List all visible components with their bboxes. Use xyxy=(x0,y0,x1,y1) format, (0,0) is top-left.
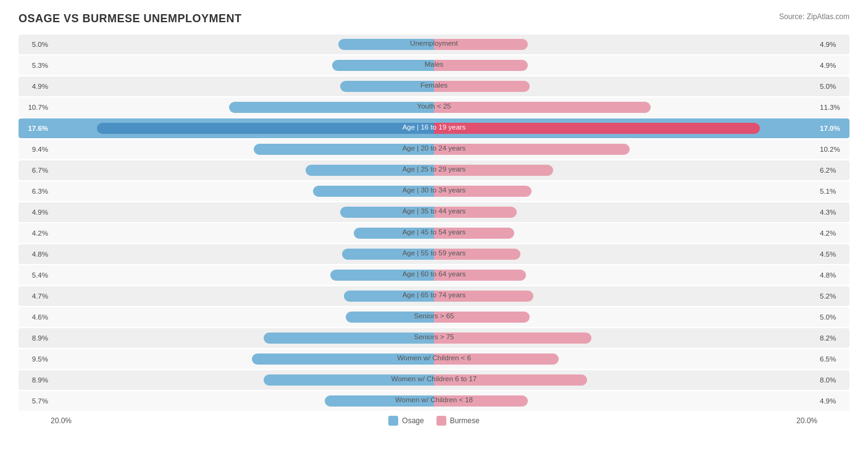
pink-bar xyxy=(434,81,530,92)
bars-area: Age | 45 to 54 years xyxy=(51,223,817,243)
chart-row: 5.7%Women w/ Children < 184.9% xyxy=(19,391,849,411)
bars-area: Males xyxy=(51,56,817,75)
val-left: 5.7% xyxy=(19,397,51,405)
row-label: Women w/ Children 6 to 17 xyxy=(391,375,477,382)
legend-burmese: Burmese xyxy=(436,416,480,426)
chart-row: 9.4%Age | 20 to 24 years10.2% xyxy=(19,139,849,159)
bars-area: Age | 35 to 44 years xyxy=(51,202,817,222)
blue-bar xyxy=(229,102,434,113)
val-left: 5.4% xyxy=(19,271,51,279)
chart-row: 4.2%Age | 45 to 54 years4.2% xyxy=(19,223,849,243)
val-right: 4.9% xyxy=(817,397,849,405)
osage-label: Osage xyxy=(402,416,424,425)
bars-area: Age | 25 to 29 years xyxy=(51,160,817,180)
val-left: 5.3% xyxy=(19,62,51,69)
chart-row: 4.7%Age | 65 to 74 years5.2% xyxy=(19,286,849,306)
val-left: 17.6% xyxy=(19,125,51,132)
chart-row: 5.3%Males4.9% xyxy=(19,56,849,75)
row-label: Seniors > 65 xyxy=(414,312,454,320)
pink-bar xyxy=(434,60,528,71)
chart-row: 4.8%Age | 55 to 59 years4.5% xyxy=(19,244,849,264)
burmese-label: Burmese xyxy=(450,416,480,425)
bars-area: Age | 20 to 24 years xyxy=(51,139,817,159)
burmese-color-box xyxy=(436,416,446,426)
pink-bar xyxy=(434,102,651,113)
chart-row: 6.3%Age | 30 to 34 years5.1% xyxy=(19,181,849,201)
val-right: 5.0% xyxy=(817,313,849,321)
osage-color-box xyxy=(388,416,398,426)
blue-bar xyxy=(264,333,434,344)
chart-row: 5.0%Unemployment4.9% xyxy=(19,35,849,54)
row-label: Women w/ Children < 18 xyxy=(395,396,473,403)
val-right: 8.0% xyxy=(817,376,849,384)
row-label: Age | 16 to 19 years xyxy=(403,123,466,131)
val-left: 8.9% xyxy=(19,334,51,342)
row-label: Seniors > 75 xyxy=(414,333,454,341)
chart-row: 4.6%Seniors > 655.0% xyxy=(19,307,849,327)
val-left: 9.4% xyxy=(19,146,51,153)
val-left: 8.9% xyxy=(19,376,51,384)
row-label: Unemployment xyxy=(410,39,457,47)
val-right: 6.2% xyxy=(817,167,849,174)
row-label: Age | 60 to 64 years xyxy=(403,270,466,278)
chart-row: 8.9%Women w/ Children 6 to 178.0% xyxy=(19,370,849,390)
bars-area: Age | 30 to 34 years xyxy=(51,181,817,201)
val-left: 4.6% xyxy=(19,313,51,321)
bars-area: Women w/ Children < 6 xyxy=(51,349,817,369)
row-label: Age | 20 to 24 years xyxy=(403,144,466,152)
chart-body: 5.0%Unemployment4.9%5.3%Males4.9%4.9%Fem… xyxy=(19,35,849,411)
val-left: 6.3% xyxy=(19,188,51,195)
bars-area: Women w/ Children 6 to 17 xyxy=(51,370,817,390)
val-right: 17.0% xyxy=(817,125,849,132)
chart-row: 9.5%Women w/ Children < 66.5% xyxy=(19,349,849,369)
pink-bar xyxy=(434,123,760,134)
blue-bar xyxy=(97,123,434,134)
scale-right: 20.0% xyxy=(796,416,817,425)
bars-area: Age | 65 to 74 years xyxy=(51,286,817,306)
row-label: Females xyxy=(420,81,448,89)
bars-area: Women w/ Children < 18 xyxy=(51,391,817,411)
val-left: 4.2% xyxy=(19,229,51,237)
bars-area: Seniors > 75 xyxy=(51,328,817,348)
val-right: 4.5% xyxy=(817,250,849,258)
bars-area: Youth < 25 xyxy=(51,97,817,117)
val-left: 10.7% xyxy=(19,104,51,111)
row-label: Youth < 25 xyxy=(417,102,451,110)
val-right: 11.3% xyxy=(817,104,849,111)
chart-container: OSAGE VS BURMESE UNEMPLOYMENT Source: Zi… xyxy=(0,0,868,444)
val-left: 4.7% xyxy=(19,292,51,300)
row-label: Age | 65 to 74 years xyxy=(403,291,466,299)
chart-footer: 20.0% Osage Burmese 20.0% xyxy=(19,416,849,426)
row-label: Age | 55 to 59 years xyxy=(403,249,466,257)
val-right: 4.9% xyxy=(817,41,849,48)
val-right: 4.2% xyxy=(817,229,849,237)
bars-area: Females xyxy=(51,76,817,96)
val-left: 9.5% xyxy=(19,355,51,363)
row-label: Age | 25 to 29 years xyxy=(403,165,466,173)
chart-row: 17.6%Age | 16 to 19 years17.0% xyxy=(19,118,849,138)
val-left: 5.0% xyxy=(19,41,51,48)
chart-row: 6.7%Age | 25 to 29 years6.2% xyxy=(19,160,849,180)
val-left: 4.9% xyxy=(19,209,51,216)
row-label: Age | 35 to 44 years xyxy=(403,207,466,215)
val-right: 4.9% xyxy=(817,62,849,69)
val-right: 10.2% xyxy=(817,146,849,153)
row-label: Males xyxy=(425,60,444,68)
bars-area: Age | 16 to 19 years xyxy=(51,118,817,138)
row-label: Age | 45 to 54 years xyxy=(403,228,466,236)
val-right: 4.3% xyxy=(817,209,849,216)
legend-osage: Osage xyxy=(388,416,424,426)
val-left: 4.8% xyxy=(19,250,51,258)
val-right: 8.2% xyxy=(817,334,849,342)
blue-bar xyxy=(332,60,434,71)
bars-area: Age | 55 to 59 years xyxy=(51,244,817,264)
chart-title: OSAGE VS BURMESE UNEMPLOYMENT xyxy=(19,12,242,25)
bars-area: Age | 60 to 64 years xyxy=(51,265,817,285)
val-left: 6.7% xyxy=(19,167,51,174)
val-left: 4.9% xyxy=(19,83,51,90)
bars-area: Unemployment xyxy=(51,35,817,54)
chart-row: 10.7%Youth < 2511.3% xyxy=(19,97,849,117)
pink-bar xyxy=(434,333,591,344)
row-label: Women w/ Children < 6 xyxy=(397,354,471,362)
legend: Osage Burmese xyxy=(388,416,479,426)
